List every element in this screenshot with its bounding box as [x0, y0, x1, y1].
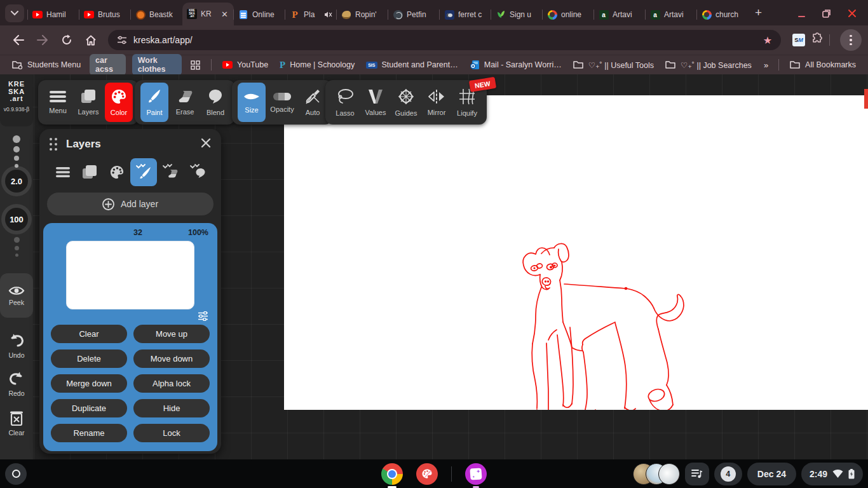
layer-erase-mode-button[interactable] [157, 158, 184, 186]
canvas-app-button[interactable] [416, 463, 438, 485]
tab-planner[interactable]: PPla [285, 4, 337, 25]
layer-settings-button[interactable] [51, 309, 210, 325]
layers-button[interactable]: Layers [74, 83, 102, 122]
tab-artavita-1[interactable]: aArtavi [594, 4, 646, 25]
bookmark-schoology[interactable]: PHome | Schoology [280, 60, 355, 71]
all-bookmarks-button[interactable]: All Bookmarks [790, 60, 856, 69]
layers-stack-button[interactable] [76, 158, 103, 186]
layer-blend-mode-button[interactable] [184, 158, 211, 186]
close-icon[interactable] [848, 9, 857, 18]
apps-grid-button[interactable] [191, 60, 200, 70]
bookmarks-bar: Students Menu car acss Work clothes YouT… [0, 55, 868, 74]
button-label: Liquify [457, 109, 477, 117]
bookmark-sis[interactable]: SIS Student and Parent… [366, 60, 458, 69]
restore-icon[interactable] [822, 9, 831, 18]
layers-menu-button[interactable] [50, 158, 76, 186]
peek-button[interactable]: Peek [0, 273, 33, 318]
tab-online-search[interactable]: online [543, 4, 594, 25]
tab-kreska-active[interactable]: KRESKA.art KR ✕ [182, 3, 234, 25]
opacity-button[interactable]: Opacity [268, 83, 296, 122]
extensions-button[interactable] [811, 32, 824, 48]
close-panel-button[interactable] [201, 138, 211, 151]
tab-online-doc[interactable]: Online [234, 4, 285, 25]
reload-button[interactable] [57, 30, 76, 50]
forward-button[interactable] [33, 30, 52, 50]
brush-opacity-knob[interactable]: 100 [1, 204, 32, 234]
tab-petfinder[interactable]: Petfin [388, 4, 440, 25]
bookmark-label: All Bookmarks [805, 60, 856, 69]
size-button[interactable]: Size [238, 83, 266, 122]
sis-icon: SIS [366, 62, 377, 69]
gallery-app-button[interactable] [465, 463, 487, 485]
layer-move-up-button[interactable]: Move up [133, 325, 210, 343]
lasso-button[interactable]: Lasso [331, 83, 359, 122]
minimize-icon[interactable] [797, 10, 806, 18]
blend-button[interactable]: Blend [201, 83, 229, 122]
tab-close-icon[interactable]: ✕ [220, 10, 229, 19]
layer-rename-button[interactable]: Rename [51, 424, 127, 442]
values-button[interactable]: Values [362, 83, 390, 122]
layer-color-button[interactable] [104, 158, 130, 186]
layer-move-down-button[interactable]: Move down [133, 349, 210, 368]
layer-duplicate-button[interactable]: Duplicate [51, 399, 127, 417]
layer-hide-button[interactable]: Hide [133, 399, 210, 417]
bookmark-folder-job-searches[interactable]: ♡₊˚ || Job Searches [665, 60, 752, 70]
layer-delete-button[interactable]: Delete [51, 349, 127, 368]
back-button[interactable] [9, 30, 28, 50]
home-button[interactable] [81, 30, 100, 50]
bookmarks-overflow-button[interactable]: » [764, 60, 767, 70]
layer-item-selected[interactable]: 32 100% Clear Move up Delete Move down M… [43, 223, 217, 451]
bookmark-folder-useful-tools[interactable]: ♡₊˚ || Useful Tools [573, 60, 654, 70]
paint-button[interactable]: Paint [140, 83, 168, 122]
bookmark-youtube[interactable]: YouTube [222, 60, 268, 69]
menu-button[interactable]: Menu [44, 83, 72, 122]
pressure-brush-icon [135, 164, 152, 180]
tab-church[interactable]: church [697, 4, 749, 25]
sm-extension-icon[interactable]: SM [792, 34, 805, 46]
mirror-button[interactable]: Mirror [423, 83, 451, 122]
layer-lock-button[interactable]: Lock [133, 424, 210, 442]
tab-hamil[interactable]: Hamil [28, 4, 79, 25]
redo-button[interactable]: Redo [0, 372, 33, 397]
tab-ferret[interactable]: ferret c [440, 4, 491, 25]
date-button[interactable]: Dec 24 [747, 463, 796, 485]
brush-size-knob[interactable]: 2.0 [1, 166, 32, 196]
layer-clear-button[interactable]: Clear [51, 325, 127, 343]
chrome-shelf-button[interactable] [381, 463, 403, 485]
tab-artavita-2[interactable]: aArtavi [646, 4, 697, 25]
undo-button[interactable]: Undo [0, 334, 33, 359]
layer-thumbnail[interactable] [66, 241, 194, 309]
media-controls-button[interactable] [685, 463, 709, 485]
bookmark-star-icon[interactable]: ★ [763, 34, 772, 46]
layer-alpha-lock-button[interactable]: Alpha lock [133, 374, 210, 393]
auto-button[interactable]: Auto [299, 83, 327, 122]
bookmark-mail[interactable]: Mail - Saralyn Worri… [470, 60, 562, 70]
tab-brutus[interactable]: Brutus [79, 4, 131, 25]
tab-search-button[interactable] [5, 4, 24, 22]
drawing-canvas[interactable] [284, 95, 868, 410]
system-tray[interactable]: 2:49 [801, 463, 863, 485]
tab-signup[interactable]: Sign u [491, 4, 543, 25]
erase-button[interactable]: Erase [171, 83, 199, 122]
tab-ropin[interactable]: Ropin' [337, 4, 388, 25]
bookmark-students-menu[interactable]: Students Menu [12, 60, 81, 69]
color-button[interactable]: Color [105, 83, 133, 122]
clear-canvas-button[interactable]: Clear [0, 410, 33, 437]
brush-size-value: 2.0 [5, 170, 28, 193]
notification-counter[interactable]: 4 [714, 463, 742, 485]
guides-button[interactable]: Guides [392, 83, 420, 122]
bookmark-pill-car-acss[interactable]: car acss [90, 54, 126, 76]
drag-handle-icon[interactable] [50, 138, 57, 151]
user-avatars[interactable] [633, 463, 680, 485]
address-bar[interactable]: kreska.art/app/ ★ [108, 30, 781, 50]
layer-merge-down-button[interactable]: Merge down [51, 374, 127, 393]
launcher-button[interactable] [5, 463, 27, 485]
add-layer-button[interactable]: Add layer [47, 193, 214, 215]
new-tab-button[interactable]: + [755, 6, 762, 20]
site-settings-icon[interactable] [117, 36, 127, 44]
browser-menu-button[interactable] [840, 29, 862, 51]
bookmark-pill-work-clothes[interactable]: Work clothes [132, 54, 182, 76]
url-text[interactable]: kreska.art/app/ [133, 35, 193, 45]
layer-paint-mode-button[interactable] [130, 158, 157, 186]
tab-beast[interactable]: Beastk [131, 4, 182, 25]
